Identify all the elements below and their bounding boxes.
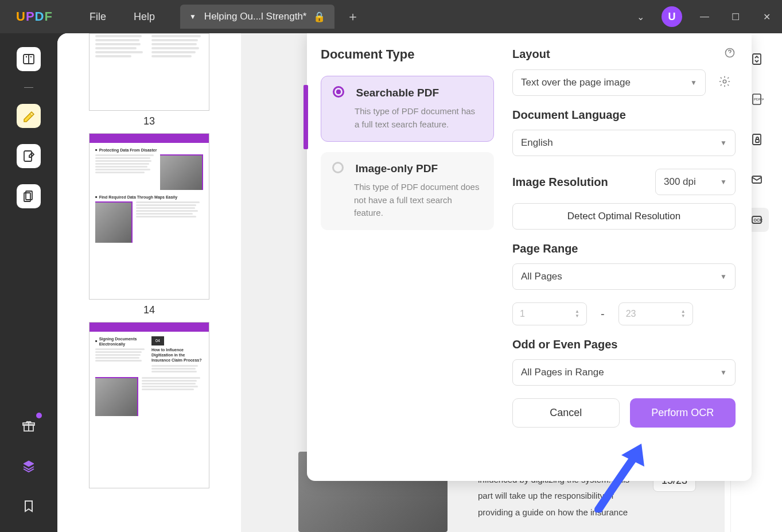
rail-separator [24,87,33,88]
page-range-select[interactable]: All Pages ▼ [512,263,736,290]
help-icon[interactable] [724,47,736,61]
notification-dot [36,413,42,418]
thumbnail-panel[interactable]: 13 Protecting Data From Disaster [57,33,241,532]
menu-help[interactable]: Help [120,11,169,23]
highlighter-tool-icon[interactable] [17,104,41,128]
thumbnail-label: 14 [80,304,218,316]
selection-indicator [304,85,308,149]
detect-resolution-button[interactable]: Detect Optimal Resolution [512,203,736,230]
image-only-pdf-option[interactable]: Image-only PDF This type of PDF document… [321,152,494,230]
page-thumbnail[interactable]: 13 [80,33,218,127]
maximize-button[interactable]: ☐ [727,11,744,22]
option-title: Searchable PDF [356,87,439,99]
tab-title: Helping Ou...l Strength* [204,11,307,22]
option-description: This type of PDF document does not have … [354,181,483,220]
close-button[interactable]: ✕ [758,11,775,22]
gear-icon[interactable] [714,71,736,95]
svg-text:OCR: OCR [753,218,762,222]
option-description: This type of PDF document has a full tex… [355,105,482,131]
caret-down-icon: ▼ [720,273,727,281]
caret-down-icon: ▼ [690,79,697,87]
page-thumbnail[interactable]: Signing Documents Electronically 04 How … [80,322,218,488]
odd-even-select[interactable]: All Pages in Range ▼ [512,359,736,386]
ocr-settings-panel: Document Type Searchable PDF This type o… [307,33,752,481]
thumbnail-label: 13 [80,115,218,127]
content-area: 13 Protecting Data From Disaster [57,33,782,532]
svg-rect-6 [753,54,761,64]
document-type-heading: Document Type [321,47,494,62]
minimize-button[interactable]: — [696,11,713,22]
svg-point-15 [723,80,726,83]
radio-selected-icon [333,86,344,98]
left-toolbar [0,33,57,532]
page-thumbnail[interactable]: Protecting Data From Disaster [80,133,218,316]
page-range-label: Page Range [512,242,578,255]
user-avatar[interactable]: U [662,6,682,27]
svg-text:PDF/A: PDF/A [754,98,764,101]
app-logo: UPDF [16,9,53,24]
radio-unselected-icon [332,162,344,173]
caret-down-icon: ▼ [720,139,727,147]
resolution-label: Image Resolution [512,176,647,189]
cancel-button[interactable]: Cancel [512,398,620,428]
range-from-input[interactable]: 1 ▲▼ [512,302,587,325]
titlebar: UPDF File Help ▼ Helping Ou...l Strength… [0,0,782,33]
pages-tool-icon[interactable] [17,184,41,208]
range-to-input[interactable]: 23 ▲▼ [618,302,693,325]
range-dash: - [601,308,605,321]
layers-icon[interactable] [17,454,41,478]
new-tab-button[interactable]: ＋ [341,8,364,25]
spinner-icon[interactable]: ▲▼ [681,309,686,319]
layout-label: Layout [512,48,550,61]
spinner-icon[interactable]: ▲▼ [575,309,579,319]
searchable-pdf-option[interactable]: Searchable PDF This type of PDF document… [321,76,494,142]
odd-even-label: Odd or Even Pages [512,338,617,351]
edit-tool-icon[interactable] [17,144,41,168]
chevron-down-icon[interactable]: ⌄ [633,8,648,26]
caret-down-icon: ▼ [720,368,727,376]
document-tab[interactable]: ▼ Helping Ou...l Strength* 🔒 [180,5,335,29]
perform-ocr-button[interactable]: Perform OCR [630,398,736,428]
bookmark-icon[interactable] [17,494,41,518]
reader-tool-icon[interactable] [17,47,41,71]
svg-rect-1 [24,151,32,161]
caret-down-icon: ▼ [720,178,727,186]
lock-icon: 🔒 [313,11,325,23]
resolution-select[interactable]: 300 dpi ▼ [655,169,736,195]
language-select[interactable]: English ▼ [512,130,736,156]
layout-select[interactable]: Text over the page image ▼ [512,69,706,96]
option-title: Image-only PDF [355,162,438,175]
language-label: Document Language [512,108,626,122]
menu-file[interactable]: File [76,11,120,23]
gift-icon[interactable] [17,414,41,438]
svg-rect-10 [756,139,759,142]
tab-dropdown-icon[interactable]: ▼ [189,13,196,21]
